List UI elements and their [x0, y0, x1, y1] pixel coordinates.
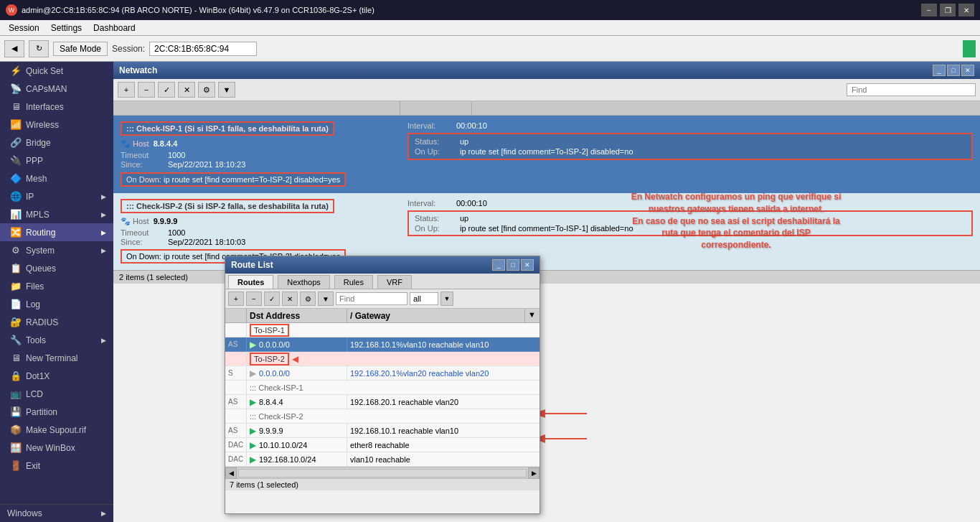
tab-routes[interactable]: Routes — [228, 275, 273, 289]
rt-add-button[interactable]: + — [228, 292, 244, 306]
scroll-right-button[interactable]: ▶ — [528, 467, 540, 479]
col-gateway[interactable]: / Gateway — [347, 309, 525, 322]
col-dst[interactable]: Dst Address — [247, 309, 347, 322]
route-row-checkisp2-comment[interactable]: ::: Check-ISP-2 — [225, 409, 540, 424]
rt-settings-button[interactable]: ⚙ — [300, 292, 316, 306]
sidebar-item-capsman[interactable]: 📡 CAPsMAN — [0, 80, 113, 98]
row-type-as1: AS — [225, 337, 247, 351]
winbox-icon: 🪟 — [10, 442, 22, 453]
close-button[interactable]: ✕ — [958, 4, 974, 17]
menu-dashboard[interactable]: Dashboard — [88, 22, 141, 34]
route-row-as1[interactable]: AS ▶0.0.0.0/0 192.168.10.1%vlan10 reacha… — [225, 337, 540, 352]
menu-session[interactable]: Session — [3, 22, 45, 34]
rt-x-button[interactable]: ✕ — [282, 292, 298, 306]
sidebar-item-lcd[interactable]: 📺 LCD — [0, 385, 113, 403]
nw-add-button[interactable]: + — [118, 82, 135, 98]
route-min-button[interactable]: _ — [492, 259, 505, 271]
maximize-button[interactable]: ❐ — [940, 4, 956, 17]
rt-dropdown-button[interactable]: ▼ — [440, 292, 453, 306]
route-close-button[interactable]: ✕ — [521, 259, 534, 271]
nw-settings-button[interactable]: ⚙ — [198, 82, 215, 98]
system-arrow: ▶ — [101, 247, 106, 254]
route-row-as-checkisp1[interactable]: AS ▶8.8.4.4 192.168.20.1 reachable vlan2… — [225, 395, 540, 409]
nw-filter-button[interactable]: ▼ — [218, 82, 235, 98]
row-gw-dac1: ether8 reachable — [347, 438, 540, 452]
sidebar-item-bridge[interactable]: 🔗 Bridge — [0, 134, 113, 152]
row-dst-toisp2: To-ISP-2 ◀ — [247, 352, 540, 366]
sidebar-item-wireless[interactable]: 📶 Wireless — [0, 116, 113, 134]
route-row-toisp2-comment[interactable]: To-ISP-2 ◀ — [225, 352, 540, 366]
sidebar-item-exit[interactable]: 🚪 Exit — [0, 457, 113, 475]
sidebar-item-log[interactable]: 📄 Log — [0, 295, 113, 313]
system-icon: ⚙ — [10, 245, 22, 256]
sidebar-item-system[interactable]: ⚙ System ▶ — [0, 241, 113, 259]
content-area: Netwatch _ □ ✕ + − ✓ ✕ ⚙ ▼ — [113, 62, 980, 522]
scroll-left-button[interactable]: ◀ — [225, 467, 237, 479]
menu-settings[interactable]: Settings — [45, 22, 88, 34]
nw-remove-button[interactable]: − — [138, 82, 155, 98]
row-gw-as-checkisp2: 192.168.10.1 reachable vlan10 — [347, 424, 540, 437]
route-row-dac1[interactable]: DAC ▶10.10.10.0/24 ether8 reachable — [225, 438, 540, 452]
route-row-toisp1-comment[interactable]: To-ISP-1 — [225, 323, 540, 337]
ppp-icon: 🔌 — [10, 155, 22, 166]
isp1-timeout-row: Timeout 1000 — [121, 151, 393, 159]
isp1-title: ::: Check-ISP-1 (Si si ISP-1 falla, se d… — [126, 124, 329, 133]
netwatch-row-isp1[interactable]: ::: Check-ISP-1 (Si si ISP-1 falla, se d… — [113, 116, 980, 193]
route-status-bar: 7 items (1 selected) — [225, 478, 540, 490]
sidebar-item-ip[interactable]: 🌐 IP ▶ — [0, 187, 113, 205]
netwatch-max-button[interactable]: □ — [947, 65, 960, 76]
tab-rules[interactable]: Rules — [334, 275, 373, 289]
netwatch-close-button[interactable]: ✕ — [961, 65, 974, 76]
isp2-interval-val: 00:00:10 — [456, 199, 487, 208]
routing-arrow: ▶ — [101, 229, 106, 236]
route-row-as-checkisp2[interactable]: AS ▶9.9.9.9 192.168.10.1 reachable vlan1… — [225, 424, 540, 438]
sidebar-item-files[interactable]: 📁 Files — [0, 277, 113, 295]
sidebar-item-radius[interactable]: 🔐 RADIUS — [0, 313, 113, 331]
session-input[interactable] — [149, 42, 257, 56]
isp2-since-val: Sep/22/2021 18:10:03 — [168, 238, 245, 246]
route-max-button[interactable]: □ — [507, 259, 519, 271]
windows-section[interactable]: Windows ▶ — [0, 504, 113, 522]
title-bar-left: W admin@2C:C8:1B:65:8C:94 (RB ARCO NORTE… — [6, 4, 374, 16]
nw-check-button[interactable]: ✓ — [158, 82, 175, 98]
sidebar-item-new-winbox[interactable]: 🪟 New WinBox — [0, 439, 113, 457]
isp2-timeout-row: Timeout 1000 — [121, 228, 393, 237]
route-row-dac2[interactable]: DAC ▶192.168.10.0/24 vlan10 reachable — [225, 452, 540, 467]
sidebar-item-ppp[interactable]: 🔌 PPP — [0, 152, 113, 169]
sidebar-item-partition[interactable]: 💾 Partition — [0, 403, 113, 421]
rt-remove-button[interactable]: − — [246, 292, 262, 306]
sidebar-item-new-terminal[interactable]: 🖥 New Terminal — [0, 349, 113, 367]
sidebar-item-interfaces[interactable]: 🖥 Interfaces — [0, 98, 113, 116]
isp1-ondown-val: ip route set [find comment=To-ISP-2] dis… — [164, 175, 340, 184]
row-gw-s1: 192.168.20.1%vlan20 reachable vlan20 — [347, 366, 540, 380]
sidebar-item-mpls[interactable]: 📊 MPLS ▶ — [0, 205, 113, 223]
safe-mode-button[interactable]: Safe Mode — [53, 42, 108, 56]
nw-x-button[interactable]: ✕ — [178, 82, 195, 98]
sidebar-item-routing[interactable]: 🔀 Routing ▶ — [0, 223, 113, 241]
sidebar-item-tools[interactable]: 🔧 Tools ▶ — [0, 331, 113, 349]
rt-check-button[interactable]: ✓ — [264, 292, 280, 306]
sidebar-item-mesh[interactable]: 🔷 Mesh — [0, 169, 113, 187]
sidebar-item-make-supout[interactable]: 📦 Make Supout.rif — [0, 421, 113, 439]
sidebar-item-dot1x[interactable]: 🔒 Dot1X — [0, 367, 113, 385]
scroll-track[interactable] — [238, 469, 527, 477]
isp1-right-col: Interval: 00:00:10 Status: up On Up: — [407, 120, 973, 189]
sidebar-item-queues[interactable]: 📋 Queues — [0, 259, 113, 277]
rt-find-input[interactable] — [336, 292, 407, 305]
rt-filter-button[interactable]: ▼ — [318, 292, 334, 306]
sidebar-item-quick-set[interactable]: ⚡ Quick Set — [0, 62, 113, 80]
minimize-button[interactable]: − — [921, 4, 937, 17]
route-row-checkisp1-comment[interactable]: ::: Check-ISP-1 — [225, 381, 540, 395]
rt-all-input[interactable] — [410, 292, 438, 305]
route-row-s1[interactable]: S ▶0.0.0.0/0 192.168.20.1%vlan20 reachab… — [225, 366, 540, 381]
tab-vrf[interactable]: VRF — [377, 275, 412, 289]
back-button[interactable]: ◀ — [4, 40, 24, 57]
netwatch-min-button[interactable]: _ — [933, 65, 946, 76]
main-layout: ⚡ Quick Set 📡 CAPsMAN 🖥 Interfaces 📶 Wir… — [0, 62, 980, 522]
refresh-button[interactable]: ↻ — [29, 40, 49, 57]
isp1-host-row: 🐾 Host 8.8.4.4 — [121, 139, 393, 149]
row-dst-toisp1: To-ISP-1 — [247, 323, 540, 337]
nw-find-input[interactable] — [847, 83, 976, 96]
files-icon: 📁 — [10, 281, 22, 292]
tab-nexthops[interactable]: Nexthops — [278, 275, 329, 289]
